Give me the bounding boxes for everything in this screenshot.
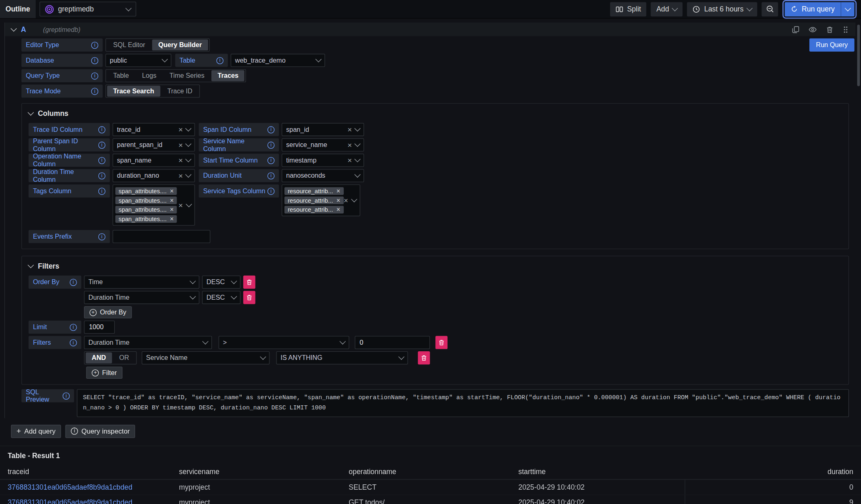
clear-icon[interactable] bbox=[347, 126, 352, 133]
remove-query-icon[interactable] bbox=[826, 25, 834, 33]
filters-label: Filters bbox=[29, 336, 82, 349]
zoom-out-time-button[interactable] bbox=[761, 2, 778, 16]
delete-order-by-button[interactable] bbox=[243, 291, 255, 304]
duplicate-query-icon[interactable] bbox=[792, 25, 800, 33]
clear-icon[interactable] bbox=[178, 156, 183, 164]
order-by-direction-select[interactable]: DESC bbox=[202, 276, 240, 289]
clear-icon[interactable] bbox=[178, 126, 183, 133]
remove-chip-icon[interactable] bbox=[170, 216, 174, 222]
scrollbar-thumb[interactable] bbox=[857, 25, 860, 86]
limit-input[interactable]: 1000 bbox=[84, 321, 115, 334]
remove-chip-icon[interactable] bbox=[336, 197, 340, 203]
run-query-button[interactable]: Run query bbox=[785, 2, 841, 16]
filter-operator-select[interactable]: IS ANYTHING bbox=[276, 351, 408, 364]
add-query-button[interactable]: Add query bbox=[11, 425, 61, 438]
trace-mode-option-id[interactable]: Trace ID bbox=[161, 86, 199, 97]
outline-button[interactable]: Outline bbox=[0, 0, 36, 18]
filter-field-select[interactable]: Service Name bbox=[142, 351, 270, 364]
filter-logic-and[interactable]: AND bbox=[86, 353, 112, 364]
delete-filter-button[interactable] bbox=[418, 351, 430, 364]
events-prefix-input[interactable] bbox=[113, 230, 211, 243]
run-query-options-button[interactable] bbox=[841, 2, 854, 16]
clear-all-icon[interactable] bbox=[178, 201, 183, 209]
datasource-picker[interactable]: greptimedb bbox=[39, 2, 136, 16]
service-tag-chip: resource_attrib... bbox=[284, 206, 343, 214]
filters-section-header[interactable]: Filters bbox=[29, 262, 842, 270]
remove-chip-icon[interactable] bbox=[170, 197, 174, 203]
column-header-traceid[interactable]: traceid bbox=[8, 467, 179, 475]
order-by-direction-select[interactable]: DESC bbox=[202, 291, 240, 304]
query-type-group: Table Logs Time Series Traces bbox=[105, 69, 246, 82]
start-time-column-select[interactable]: timestamp bbox=[282, 154, 364, 167]
clear-icon[interactable] bbox=[178, 172, 183, 180]
filter-value-input[interactable]: 0 bbox=[355, 336, 430, 349]
remove-chip-icon[interactable] bbox=[170, 206, 174, 213]
query-type-option-timeseries[interactable]: Time Series bbox=[163, 70, 211, 81]
remove-chip-icon[interactable] bbox=[336, 206, 340, 213]
table-select[interactable]: web_trace_demo bbox=[231, 54, 325, 67]
toggle-visibility-icon[interactable] bbox=[808, 25, 817, 34]
query-type-option-table[interactable]: Table bbox=[107, 70, 135, 81]
service-name-column-select[interactable]: service_name bbox=[282, 138, 364, 151]
column-header-duration[interactable]: duration bbox=[685, 467, 853, 475]
editor-type-option-sql[interactable]: SQL Editor bbox=[107, 40, 151, 51]
query-type-option-logs[interactable]: Logs bbox=[136, 70, 162, 81]
collapse-section-icon bbox=[27, 262, 34, 268]
delete-order-by-button[interactable] bbox=[243, 276, 255, 289]
chevron-down-icon bbox=[354, 172, 360, 178]
clear-all-icon[interactable] bbox=[344, 197, 348, 204]
order-by-field-select[interactable]: Duration Time bbox=[84, 291, 199, 304]
info-icon bbox=[267, 141, 274, 148]
query-type-option-traces[interactable]: Traces bbox=[212, 70, 245, 81]
run-query-label: Run query bbox=[802, 5, 834, 13]
info-icon bbox=[267, 188, 274, 194]
parent-span-id-column-select[interactable]: parent_span_id bbox=[113, 138, 195, 151]
columns-section: Columns Trace ID Column trace_id Span ID… bbox=[21, 103, 849, 249]
duration-unit-select[interactable]: nanoseconds bbox=[282, 169, 364, 182]
trace-id-link[interactable]: 3768831301ea0d65adaef8b9da1cbded bbox=[8, 498, 132, 504]
filter-field-select[interactable]: Duration Time bbox=[84, 336, 212, 349]
operation-name-column-select[interactable]: span_name bbox=[113, 154, 195, 167]
query-datasource-hint: (greptimedb) bbox=[43, 25, 80, 33]
info-icon bbox=[70, 339, 77, 346]
duration-time-column-select[interactable]: duration_nano bbox=[113, 169, 195, 182]
cell-operationname: GET todos/ bbox=[349, 498, 518, 504]
filter-operator-select[interactable]: > bbox=[219, 336, 349, 349]
remove-chip-icon[interactable] bbox=[170, 188, 174, 194]
drag-handle-icon[interactable] bbox=[842, 25, 849, 33]
column-header-servicename[interactable]: servicename bbox=[179, 467, 349, 475]
cell-starttime: 2025-04-29 10:40:02 bbox=[518, 495, 685, 504]
row-run-query-button[interactable]: Run Query bbox=[809, 38, 854, 52]
tags-column-multiselect[interactable]: span_attributes.... span_attributes.... … bbox=[113, 184, 195, 226]
add-filter-button[interactable]: Filter bbox=[86, 366, 122, 378]
delete-filter-button[interactable] bbox=[435, 336, 447, 349]
trace-mode-option-search[interactable]: Trace Search bbox=[107, 86, 160, 97]
trace-id-column-select[interactable]: trace_id bbox=[113, 123, 195, 136]
remove-chip-icon[interactable] bbox=[336, 188, 340, 194]
add-button[interactable]: Add bbox=[651, 2, 683, 16]
split-button[interactable]: Split bbox=[610, 2, 646, 16]
columns-section-header[interactable]: Columns bbox=[29, 109, 842, 118]
chevron-down-icon bbox=[231, 278, 237, 284]
database-label: Database bbox=[21, 54, 102, 67]
order-by-field-select[interactable]: Time bbox=[84, 276, 199, 289]
clear-icon[interactable] bbox=[178, 141, 183, 149]
trace-id-link[interactable]: 3768831301ea0d65adaef8b9da1cbded bbox=[8, 483, 132, 491]
span-id-column-select[interactable]: span_id bbox=[282, 123, 364, 136]
clear-icon[interactable] bbox=[347, 141, 352, 149]
database-select[interactable]: public bbox=[105, 54, 171, 67]
column-header-starttime[interactable]: starttime bbox=[518, 467, 685, 475]
collapse-query-icon[interactable] bbox=[11, 25, 17, 31]
column-header-operationname[interactable]: operationname bbox=[349, 467, 518, 475]
editor-type-option-builder[interactable]: Query Builder bbox=[152, 40, 208, 51]
add-order-by-button[interactable]: Order By bbox=[84, 306, 132, 318]
filter-logic-or[interactable]: OR bbox=[113, 353, 135, 364]
query-inspector-button[interactable]: Query inspector bbox=[66, 425, 136, 438]
chevron-down-icon bbox=[672, 5, 678, 11]
time-range-picker[interactable]: Last 6 hours bbox=[687, 2, 757, 16]
clear-icon[interactable] bbox=[347, 156, 352, 164]
run-query-split-button: Run query bbox=[785, 2, 854, 16]
service-tags-column-multiselect[interactable]: resource_attrib... resource_attrib... re… bbox=[282, 184, 360, 216]
trash-icon bbox=[246, 279, 253, 285]
table-row: 3768831301ea0d65adaef8b9da1cbded myproje… bbox=[0, 495, 861, 504]
